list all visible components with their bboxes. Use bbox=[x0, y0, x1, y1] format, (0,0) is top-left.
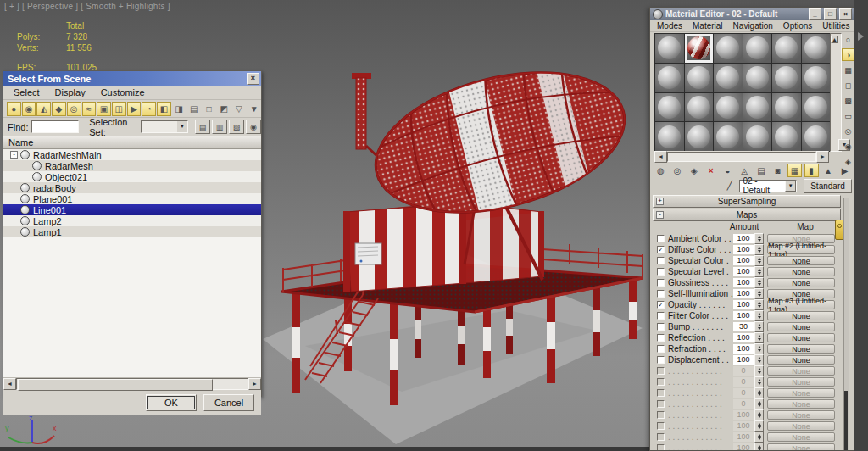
amount-field[interactable]: 100 bbox=[733, 333, 754, 342]
material-slot[interactable] bbox=[714, 93, 743, 122]
scroll-up-icon[interactable]: ▲ bbox=[831, 36, 838, 43]
amount-spinner[interactable] bbox=[754, 233, 764, 244]
reset-map-icon[interactable]: × bbox=[704, 164, 718, 177]
chevron-down-icon[interactable]: ▼ bbox=[177, 121, 187, 132]
amount-spinner[interactable] bbox=[754, 277, 764, 288]
map-checkbox[interactable] bbox=[657, 367, 665, 375]
put-to-library-icon[interactable]: ▤ bbox=[754, 164, 769, 177]
map-button[interactable]: None bbox=[767, 311, 835, 320]
amount-field[interactable]: 100 bbox=[733, 234, 754, 243]
slots-vertical-scrollbar[interactable]: ▲ ▼ bbox=[830, 33, 842, 152]
close-icon[interactable]: × bbox=[247, 73, 259, 85]
amount-spinner[interactable] bbox=[754, 321, 764, 332]
expander-box[interactable]: - bbox=[10, 151, 18, 159]
amount-spinner[interactable] bbox=[754, 387, 764, 398]
map-button[interactable]: None bbox=[767, 388, 835, 398]
display-helpers-icon[interactable]: ◎ bbox=[67, 102, 81, 116]
material-slot[interactable] bbox=[772, 64, 801, 92]
ok-button[interactable]: OK bbox=[146, 394, 197, 411]
material-id-channel-icon[interactable]: ◙ bbox=[771, 164, 785, 177]
material-slot[interactable] bbox=[743, 93, 772, 122]
assign-material-to-selection-icon[interactable]: ◈ bbox=[687, 164, 702, 177]
rollout-scrollbar-thumb[interactable] bbox=[844, 391, 848, 451]
tree-row[interactable]: - radarBody bbox=[3, 182, 261, 193]
map-checkbox[interactable] bbox=[657, 433, 665, 441]
amount-field[interactable]: 30 bbox=[733, 322, 754, 331]
material-slot[interactable] bbox=[655, 34, 684, 63]
map-button[interactable]: None bbox=[767, 333, 835, 342]
map-button[interactable]: None bbox=[767, 344, 835, 354]
subtract-from-selection-set-button[interactable]: ▧ bbox=[229, 120, 244, 134]
map-checkbox[interactable] bbox=[657, 279, 665, 287]
display-cameras-icon[interactable]: ◆ bbox=[52, 102, 66, 116]
map-button[interactable]: None bbox=[767, 432, 835, 442]
amount-field[interactable]: 0 bbox=[733, 377, 754, 387]
close-icon[interactable]: × bbox=[839, 8, 852, 20]
amount-field[interactable]: 0 bbox=[733, 388, 754, 398]
amount-spinner[interactable] bbox=[754, 365, 764, 376]
restore-icon[interactable]: □ bbox=[824, 8, 837, 20]
make-unique-icon[interactable]: ◬ bbox=[737, 164, 752, 177]
tree-row[interactable]: - Object021 bbox=[3, 171, 261, 182]
panel-expand-arrow-icon[interactable] bbox=[858, 32, 868, 41]
tree-horizontal-scrollbar[interactable]: ◄ ► bbox=[3, 378, 261, 390]
menu-item[interactable]: Navigation bbox=[733, 21, 773, 31]
display-lights-icon[interactable]: ◭ bbox=[36, 102, 51, 116]
map-button[interactable]: None bbox=[767, 421, 835, 431]
map-button[interactable]: None bbox=[767, 377, 835, 387]
dialog-title-bar[interactable]: Select From Scene × bbox=[3, 71, 261, 86]
map-button[interactable]: None bbox=[767, 267, 835, 276]
new-selection-set-button[interactable]: ▤ bbox=[195, 120, 210, 134]
display-subtree-icon[interactable]: ◩ bbox=[217, 102, 231, 116]
amount-field[interactable]: 100 bbox=[733, 267, 754, 276]
map-checkbox[interactable] bbox=[657, 422, 665, 430]
menu-item[interactable]: Utilities bbox=[822, 21, 849, 31]
minimize-icon[interactable]: _ bbox=[809, 8, 821, 20]
menu-item[interactable]: Display bbox=[55, 87, 86, 97]
amount-field[interactable]: 100 bbox=[733, 256, 754, 265]
display-bones-icon[interactable]: ▶ bbox=[127, 102, 142, 116]
background-icon[interactable]: ▦ bbox=[842, 64, 855, 76]
supersampling-rollout[interactable]: + SuperSampling bbox=[653, 195, 841, 208]
make-material-copy-icon[interactable]: ◒ bbox=[721, 164, 735, 177]
map-button[interactable]: None bbox=[767, 278, 835, 287]
material-slot[interactable] bbox=[685, 64, 714, 92]
collapse-minus-icon[interactable]: - bbox=[656, 211, 664, 219]
amount-field[interactable]: 100 bbox=[733, 432, 754, 442]
material-slot[interactable] bbox=[772, 34, 801, 63]
show-map-in-viewport-icon[interactable]: ▦ bbox=[787, 164, 802, 177]
map-checkbox[interactable]: ✓ bbox=[657, 301, 665, 309]
amount-spinner[interactable] bbox=[754, 432, 764, 443]
amount-field[interactable]: 100 bbox=[733, 300, 754, 309]
filter-icon[interactable]: ▽ bbox=[232, 102, 247, 116]
map-checkbox[interactable] bbox=[657, 268, 665, 276]
amount-spinner[interactable] bbox=[754, 376, 764, 387]
menu-item[interactable]: Customize bbox=[101, 87, 145, 97]
map-button[interactable]: None bbox=[767, 399, 835, 409]
amount-field[interactable]: 100 bbox=[733, 355, 754, 365]
material-editor-options-icon[interactable]: ◎ bbox=[842, 125, 855, 137]
tree-row[interactable]: - Lamp1 bbox=[3, 226, 261, 237]
amount-field[interactable]: 100 bbox=[733, 344, 754, 354]
display-children-icon[interactable]: ◧ bbox=[157, 102, 171, 116]
scroll-thumb[interactable] bbox=[18, 379, 213, 391]
selection-set-combo[interactable]: ▼ bbox=[141, 120, 188, 133]
map-checkbox[interactable] bbox=[657, 257, 665, 264]
map-checkbox[interactable] bbox=[657, 400, 665, 408]
map-checkbox[interactable] bbox=[657, 345, 665, 353]
map-checkbox[interactable] bbox=[657, 235, 665, 242]
amount-field[interactable]: 100 bbox=[733, 443, 754, 451]
amount-field[interactable]: 100 bbox=[733, 410, 754, 420]
map-button[interactable]: None bbox=[767, 366, 835, 376]
scroll-left-icon[interactable]: ◄ bbox=[3, 378, 16, 390]
material-slot[interactable] bbox=[743, 64, 772, 92]
amount-spinner[interactable] bbox=[754, 310, 764, 321]
select-by-material-icon[interactable]: ◉ bbox=[842, 140, 855, 153]
tree-row[interactable]: - Line001 bbox=[3, 204, 261, 215]
amount-spinner[interactable] bbox=[754, 409, 764, 420]
amount-spinner[interactable] bbox=[754, 343, 764, 354]
map-button[interactable]: Map #2 (Untitled-1.tga) bbox=[767, 245, 835, 254]
display-xrefs-icon[interactable]: ◫ bbox=[112, 102, 126, 116]
map-button[interactable]: None bbox=[767, 410, 835, 420]
material-name-combo[interactable]: 02 - Default ▼ bbox=[739, 180, 797, 192]
